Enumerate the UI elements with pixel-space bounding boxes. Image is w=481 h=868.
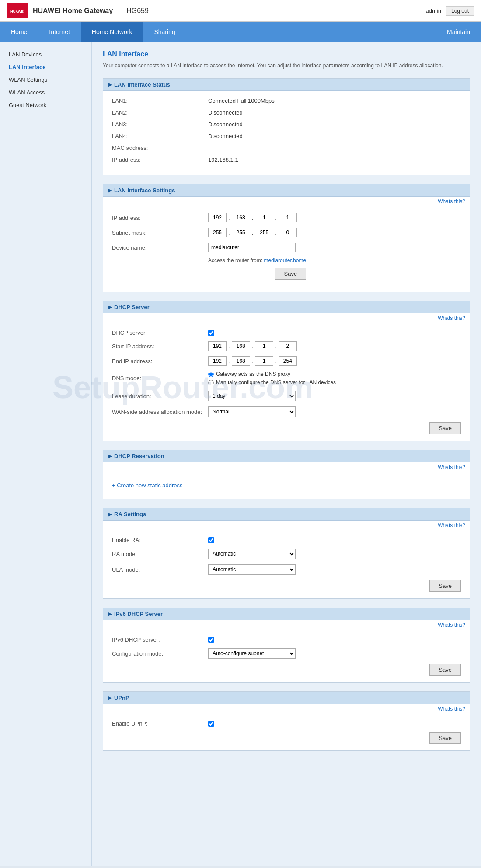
end-ip-3[interactable] bbox=[255, 356, 273, 366]
upnp-body: Enable UPnP: Save bbox=[103, 714, 470, 750]
ra-settings-title: RA Settings bbox=[114, 511, 146, 517]
dhcp-server-label: DHCP server: bbox=[112, 330, 208, 336]
upnp-whats-link[interactable]: Whats this? bbox=[438, 706, 465, 712]
lan-settings-whats-link[interactable]: Whats this? bbox=[438, 198, 465, 205]
lan-status-title: LAN Interface Status bbox=[114, 81, 170, 88]
lan-settings-header: LAN Interface Settings bbox=[103, 184, 470, 197]
ipv6-dhcp-whats-link[interactable]: Whats this? bbox=[438, 622, 465, 628]
lan2-row: LAN2: Disconnected bbox=[112, 109, 461, 116]
upnp-enable-checkbox[interactable] bbox=[208, 721, 214, 727]
lan4-label: LAN4: bbox=[112, 133, 208, 139]
huawei-logo-icon: HUAWEI bbox=[7, 3, 28, 18]
dhcp-server-whats-link[interactable]: Whats this? bbox=[438, 315, 465, 321]
nav-home[interactable]: Home bbox=[0, 22, 38, 42]
header-right: admin Log out bbox=[426, 6, 474, 16]
sidebar-item-guest-network[interactable]: Guest Network bbox=[0, 99, 91, 111]
sidebar-item-lan-devices[interactable]: LAN Devices bbox=[0, 48, 91, 61]
subnet-label: Subnet mask: bbox=[112, 229, 208, 236]
end-ip-2[interactable] bbox=[232, 356, 250, 366]
dhcp-reservation-section: DHCP Reservation Whats this? + Create ne… bbox=[103, 450, 470, 499]
lan-settings-whats-this: Whats this? bbox=[103, 197, 470, 206]
start-ip-1[interactable] bbox=[208, 341, 227, 351]
device-name-input[interactable] bbox=[208, 243, 296, 252]
subnet-sep-1: . bbox=[228, 229, 230, 236]
enable-ra-checkbox[interactable] bbox=[208, 537, 214, 543]
wan-mode-row: WAN-side address allocation mode: Normal… bbox=[112, 406, 461, 417]
ipv6-dhcp-section: IPv6 DHCP Server Whats this? IPv6 DHCP s… bbox=[103, 608, 470, 683]
config-mode-select[interactable]: Auto-configure subnet Manual bbox=[208, 648, 296, 659]
ipv6-dhcp-save-button[interactable]: Save bbox=[429, 664, 461, 676]
dns-option-2-radio[interactable] bbox=[208, 380, 214, 385]
nav-maintain[interactable]: Maintain bbox=[436, 22, 481, 42]
dns-option-2-label[interactable]: Manually configure the DNS server for LA… bbox=[208, 379, 336, 385]
subnet-input-group: . . . bbox=[208, 228, 297, 237]
start-ip-2[interactable] bbox=[232, 341, 250, 351]
ip-sep-2: . bbox=[252, 215, 254, 221]
logout-button[interactable]: Log out bbox=[446, 6, 474, 16]
device-name-row: Device name: bbox=[112, 243, 461, 252]
start-ip-label: Start IP address: bbox=[112, 343, 208, 350]
config-mode-label: Configuration mode: bbox=[112, 650, 208, 657]
dhcp-server-section: DHCP Server Whats this? DHCP server: Sta… bbox=[103, 301, 470, 441]
start-ip-3[interactable] bbox=[255, 341, 273, 351]
lan3-label: LAN3: bbox=[112, 121, 208, 128]
nav-sharing[interactable]: Sharing bbox=[143, 22, 186, 42]
lan1-value: Connected Full 1000Mbps bbox=[208, 97, 275, 104]
lan3-value: Disconnected bbox=[208, 121, 243, 128]
sidebar-item-wlan-access[interactable]: WLAN Access bbox=[0, 86, 91, 99]
lan-status-section: LAN Interface Status LAN1: Connected Ful… bbox=[103, 78, 470, 175]
subnet-octet-4[interactable] bbox=[279, 228, 297, 237]
dns-option-1-radio[interactable] bbox=[208, 372, 214, 377]
ra-mode-select[interactable]: Automatic Manual bbox=[208, 549, 296, 559]
main-nav: Home Internet Home Network Sharing Maint… bbox=[0, 22, 481, 42]
ipv6-server-checkbox[interactable] bbox=[208, 637, 214, 643]
dns-option-2-text: Manually configure the DNS server for LA… bbox=[216, 379, 336, 385]
start-ip-4[interactable] bbox=[279, 341, 297, 351]
upnp-save-button[interactable]: Save bbox=[429, 732, 461, 744]
dhcp-reservation-whats-link[interactable]: Whats this? bbox=[438, 464, 465, 470]
upnp-enable-row: Enable UPnP: bbox=[112, 720, 461, 727]
brand-name: HUAWEI Home Gateway bbox=[33, 7, 113, 15]
subnet-octet-2[interactable] bbox=[232, 228, 250, 237]
ip-status-value: 192.168.1.1 bbox=[208, 156, 238, 163]
end-ip-1[interactable] bbox=[208, 356, 227, 366]
end-ip-4[interactable] bbox=[279, 356, 297, 366]
dhcp-reservation-header: DHCP Reservation bbox=[103, 450, 470, 462]
ip-octet-1[interactable] bbox=[208, 213, 227, 222]
dhcp-reservation-whats-this: Whats this? bbox=[103, 462, 470, 472]
create-static-address-link[interactable]: + Create new static address bbox=[112, 479, 461, 492]
lan2-value: Disconnected bbox=[208, 109, 243, 116]
ip-octet-2[interactable] bbox=[232, 213, 250, 222]
access-link[interactable]: mediarouter.home bbox=[264, 257, 306, 264]
ip-octet-3[interactable] bbox=[255, 213, 273, 222]
ip-sep-1: . bbox=[228, 215, 230, 221]
dhcp-enabled-row: DHCP server: bbox=[112, 330, 461, 336]
wan-mode-label: WAN-side address allocation mode: bbox=[112, 409, 208, 415]
end-ip-label: End IP address: bbox=[112, 358, 208, 365]
dhcp-server-checkbox[interactable] bbox=[208, 330, 214, 336]
lease-select[interactable]: 1 day 2 days 3 days 1 week bbox=[208, 391, 296, 401]
subnet-octet-3[interactable] bbox=[255, 228, 273, 237]
nav-internet[interactable]: Internet bbox=[38, 22, 80, 42]
ra-settings-whats-this: Whats this? bbox=[103, 521, 470, 530]
dhcp-server-save-button[interactable]: Save bbox=[429, 422, 461, 434]
wan-mode-select[interactable]: Normal Auto Manual bbox=[208, 406, 296, 417]
mac-label: MAC address: bbox=[112, 145, 208, 151]
access-text: Access the router from: mediarouter.home bbox=[208, 257, 306, 264]
dns-mode-label: DNS mode: bbox=[112, 375, 208, 382]
nav-home-network[interactable]: Home Network bbox=[81, 22, 143, 42]
ula-mode-select[interactable]: Automatic Manual bbox=[208, 564, 296, 575]
ip-octet-4[interactable] bbox=[279, 213, 297, 222]
ra-settings-save-button[interactable]: Save bbox=[429, 580, 461, 592]
ra-settings-whats-link[interactable]: Whats this? bbox=[438, 522, 465, 528]
ipv6-server-label: IPv6 DHCP server: bbox=[112, 636, 208, 643]
ra-settings-body: Enable RA: RA mode: Automatic Manual ULA… bbox=[103, 530, 470, 598]
dhcp-save-row: Save bbox=[112, 422, 461, 434]
dns-option-1-label[interactable]: Gateway acts as the DNS proxy bbox=[208, 371, 336, 377]
sidebar-item-lan-interface[interactable]: LAN Interface bbox=[0, 61, 91, 73]
lan-settings-save-button[interactable]: Save bbox=[275, 268, 306, 280]
dhcp-reservation-body: + Create new static address bbox=[103, 472, 470, 499]
subnet-octet-1[interactable] bbox=[208, 228, 227, 237]
sidebar-item-wlan-settings[interactable]: WLAN Settings bbox=[0, 73, 91, 86]
username: admin bbox=[426, 7, 441, 14]
